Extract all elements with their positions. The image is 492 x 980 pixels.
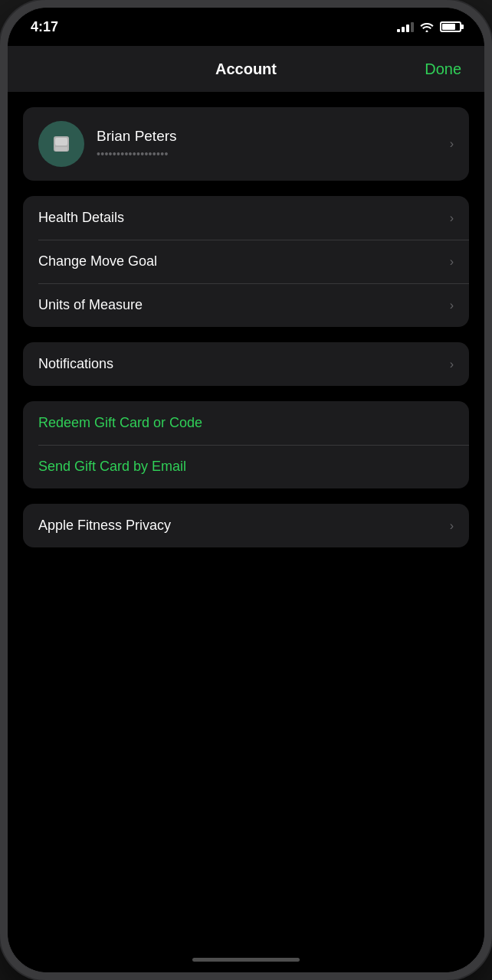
battery-icon: [440, 21, 461, 32]
nav-bar: Account Done: [8, 46, 484, 92]
content-area: Brian Peters •••••••••••••••••• › Health…: [8, 92, 484, 946]
wifi-icon: [420, 21, 434, 32]
status-icons: [397, 21, 461, 32]
gift-section: Redeem Gift Card or Code Send Gift Card …: [23, 401, 469, 488]
notch: [185, 8, 307, 32]
send-gift-card-row[interactable]: Send Gift Card by Email: [23, 445, 469, 488]
settings-section: Health Details › Change Move Goal › Unit…: [23, 196, 469, 327]
health-details-row[interactable]: Health Details ›: [23, 196, 469, 240]
phone-frame: 4:17 Account Done: [0, 0, 492, 980]
screen: 4:17 Account Done: [8, 8, 484, 972]
profile-info: Brian Peters ••••••••••••••••••: [97, 128, 438, 160]
profile-chevron: ›: [450, 137, 454, 151]
notifications-section: Notifications ›: [23, 342, 469, 386]
profile-name: Brian Peters: [97, 128, 438, 145]
svg-rect-2: [55, 147, 67, 151]
home-indicator: [8, 946, 484, 972]
signal-icon: [397, 21, 414, 32]
health-details-chevron: ›: [450, 211, 454, 225]
units-of-measure-row[interactable]: Units of Measure ›: [23, 283, 469, 327]
status-time: 4:17: [31, 19, 58, 35]
profile-row[interactable]: Brian Peters •••••••••••••••••• ›: [23, 107, 469, 181]
change-move-goal-row[interactable]: Change Move Goal ›: [23, 240, 469, 283]
send-gift-card-label: Send Gift Card by Email: [38, 459, 186, 475]
redeem-gift-card-label: Redeem Gift Card or Code: [38, 415, 202, 431]
profile-card: Brian Peters •••••••••••••••••• ›: [23, 107, 469, 181]
notifications-chevron: ›: [450, 358, 454, 371]
redeem-gift-card-row[interactable]: Redeem Gift Card or Code: [23, 401, 469, 445]
notifications-row[interactable]: Notifications ›: [23, 342, 469, 386]
avatar: [38, 121, 84, 167]
avatar-image: [48, 130, 75, 158]
done-button[interactable]: Done: [425, 60, 461, 78]
health-details-label: Health Details: [38, 210, 124, 226]
change-move-goal-chevron: ›: [450, 255, 454, 269]
units-of-measure-label: Units of Measure: [38, 297, 143, 313]
apple-fitness-privacy-row[interactable]: Apple Fitness Privacy ›: [23, 504, 469, 547]
vol-down-button[interactable]: [0, 283, 2, 345]
apple-fitness-privacy-label: Apple Fitness Privacy: [38, 518, 171, 534]
change-move-goal-label: Change Move Goal: [38, 253, 157, 270]
apple-fitness-privacy-chevron: ›: [450, 519, 454, 533]
notifications-label: Notifications: [38, 356, 113, 372]
units-of-measure-chevron: ›: [450, 299, 454, 312]
vol-up-button[interactable]: [0, 207, 2, 268]
page-title: Account: [215, 60, 277, 78]
home-bar: [192, 958, 300, 962]
profile-email: ••••••••••••••••••: [97, 148, 438, 160]
svg-rect-1: [55, 138, 67, 145]
privacy-section: Apple Fitness Privacy ›: [23, 504, 469, 547]
